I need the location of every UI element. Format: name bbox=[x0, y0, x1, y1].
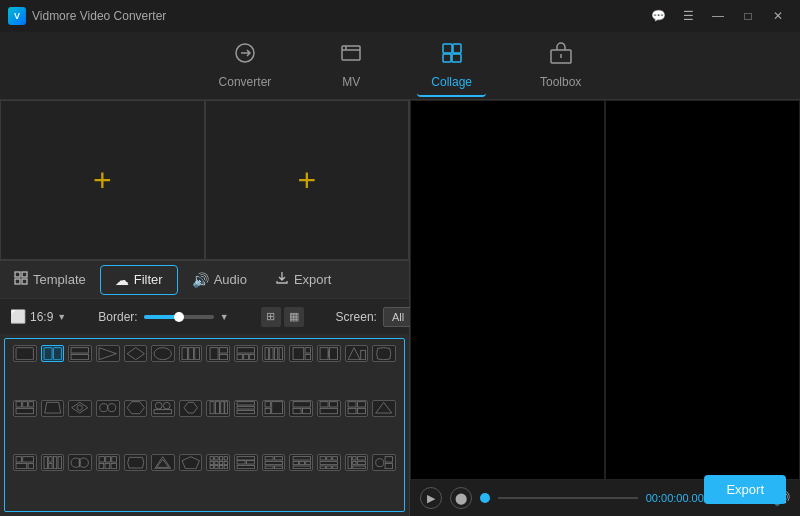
template-cell-33[interactable] bbox=[124, 454, 148, 471]
template-cell-6[interactable] bbox=[151, 345, 175, 362]
template-cell-4[interactable] bbox=[96, 345, 120, 362]
svg-rect-88 bbox=[111, 463, 116, 468]
border-slider-track[interactable] bbox=[144, 315, 214, 319]
svg-marker-17 bbox=[99, 347, 116, 359]
svg-rect-69 bbox=[348, 409, 356, 414]
svg-rect-22 bbox=[210, 347, 218, 359]
template-cell-21[interactable] bbox=[179, 400, 203, 417]
stop-button[interactable]: ⬤ bbox=[450, 487, 472, 509]
template-cell-29[interactable] bbox=[13, 454, 37, 471]
template-cell-1[interactable] bbox=[13, 345, 37, 362]
template-cell-30[interactable] bbox=[41, 454, 65, 471]
svg-rect-16 bbox=[71, 354, 88, 359]
template-tab-icon bbox=[14, 271, 28, 288]
svg-rect-114 bbox=[299, 461, 304, 464]
svg-point-130 bbox=[376, 459, 384, 467]
filter-tab[interactable]: ☁ Filter bbox=[100, 265, 178, 295]
template-cell-14[interactable] bbox=[372, 345, 396, 362]
template-cell-10[interactable] bbox=[262, 345, 286, 362]
svg-point-46 bbox=[100, 404, 108, 412]
minimize-btn[interactable]: — bbox=[704, 6, 732, 26]
template-cell-11[interactable] bbox=[289, 345, 313, 362]
template-cell-19[interactable] bbox=[124, 400, 148, 417]
tab-mv[interactable]: MV bbox=[325, 35, 377, 97]
tab-converter[interactable]: Converter bbox=[205, 35, 286, 97]
template-tab[interactable]: Template bbox=[0, 265, 100, 294]
video-slot-2[interactable]: + bbox=[205, 100, 410, 260]
tab-collage[interactable]: Collage bbox=[417, 35, 486, 97]
chat-btn[interactable]: 💬 bbox=[644, 6, 672, 26]
template-cell-37[interactable] bbox=[234, 454, 258, 471]
svg-rect-96 bbox=[214, 461, 217, 464]
svg-rect-100 bbox=[214, 465, 217, 468]
svg-rect-103 bbox=[237, 457, 254, 460]
template-cell-9[interactable] bbox=[234, 345, 258, 362]
svg-rect-39 bbox=[361, 350, 366, 359]
audio-tab[interactable]: 🔊 Audio bbox=[178, 266, 261, 294]
svg-rect-58 bbox=[265, 402, 270, 407]
template-cell-31[interactable] bbox=[68, 454, 92, 471]
template-cell-39[interactable] bbox=[289, 454, 313, 471]
timeline-line[interactable] bbox=[498, 497, 638, 499]
template-cell-34[interactable] bbox=[151, 454, 175, 471]
template-cell-5[interactable] bbox=[124, 345, 148, 362]
border-arrow: ▼ bbox=[220, 312, 229, 322]
template-cell-16[interactable] bbox=[41, 400, 65, 417]
template-cell-15[interactable] bbox=[13, 400, 37, 417]
template-cell-32[interactable] bbox=[96, 454, 120, 471]
template-cell-23[interactable] bbox=[234, 400, 258, 417]
template-cell-8[interactable] bbox=[206, 345, 230, 362]
template-cell-7[interactable] bbox=[179, 345, 203, 362]
svg-rect-30 bbox=[270, 347, 273, 359]
grid-icon-btn-1[interactable]: ⊞ bbox=[261, 307, 281, 327]
svg-rect-13 bbox=[44, 347, 52, 359]
svg-rect-43 bbox=[16, 409, 33, 414]
template-cell-24[interactable] bbox=[262, 400, 286, 417]
video-slot-1[interactable]: + bbox=[0, 100, 205, 260]
menu-btn[interactable]: ☰ bbox=[674, 6, 702, 26]
svg-rect-21 bbox=[195, 347, 200, 359]
grid-icons: ⊞ ▦ bbox=[261, 307, 304, 327]
svg-point-47 bbox=[108, 404, 116, 412]
svg-rect-59 bbox=[272, 402, 283, 414]
template-cell-42[interactable] bbox=[372, 454, 396, 471]
maximize-btn[interactable]: □ bbox=[734, 6, 762, 26]
template-cell-40[interactable] bbox=[317, 454, 341, 471]
template-cell-25[interactable] bbox=[289, 400, 313, 417]
template-cell-3[interactable] bbox=[68, 345, 92, 362]
template-cell-2[interactable] bbox=[41, 345, 65, 362]
play-button[interactable]: ▶ bbox=[420, 487, 442, 509]
template-cell-18[interactable] bbox=[96, 400, 120, 417]
svg-rect-20 bbox=[189, 347, 194, 359]
template-cell-38[interactable] bbox=[262, 454, 286, 471]
template-cell-41[interactable] bbox=[345, 454, 369, 471]
template-cell-17[interactable] bbox=[68, 400, 92, 417]
export-button[interactable]: Export bbox=[704, 475, 786, 504]
aspect-ratio-value: 16:9 bbox=[30, 310, 53, 324]
svg-rect-86 bbox=[99, 463, 104, 468]
tab-toolbox[interactable]: Toolbox bbox=[526, 35, 595, 97]
template-cell-22[interactable] bbox=[206, 400, 230, 417]
aspect-ratio-selector[interactable]: ⬜ 16:9 ▼ bbox=[10, 309, 66, 324]
template-cell-35[interactable] bbox=[179, 454, 203, 471]
svg-rect-122 bbox=[327, 466, 332, 469]
template-cell-36[interactable] bbox=[206, 454, 230, 471]
template-cell-12[interactable] bbox=[317, 345, 341, 362]
progress-dot bbox=[480, 493, 490, 503]
template-cell-27[interactable] bbox=[345, 400, 369, 417]
export-tab[interactable]: Export bbox=[261, 265, 346, 294]
svg-rect-31 bbox=[274, 347, 277, 359]
svg-rect-66 bbox=[320, 409, 337, 414]
svg-rect-9 bbox=[22, 272, 27, 277]
template-cell-20[interactable] bbox=[151, 400, 175, 417]
close-btn[interactable]: ✕ bbox=[764, 6, 792, 26]
export-tab-icon bbox=[275, 271, 289, 288]
template-cell-26[interactable] bbox=[317, 400, 341, 417]
svg-rect-27 bbox=[244, 354, 249, 359]
svg-rect-106 bbox=[237, 465, 254, 468]
grid-icon-btn-2[interactable]: ▦ bbox=[284, 307, 304, 327]
svg-rect-24 bbox=[219, 354, 227, 359]
template-cell-13[interactable] bbox=[345, 345, 369, 362]
svg-rect-112 bbox=[293, 457, 310, 460]
template-cell-28[interactable] bbox=[372, 400, 396, 417]
